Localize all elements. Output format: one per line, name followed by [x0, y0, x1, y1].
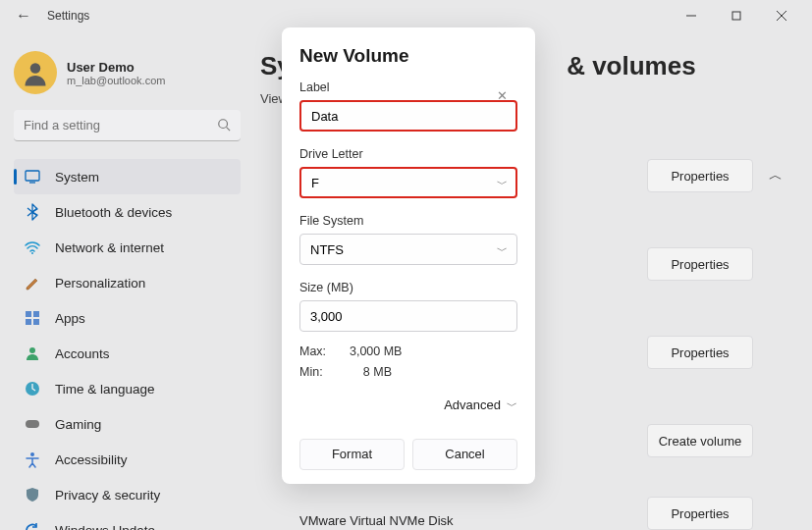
- label-label: Label: [299, 80, 517, 94]
- chevron-down-icon: ﹀: [497, 243, 508, 258]
- size-stats: Max: 3,000 MB Min: 8 MB: [299, 342, 517, 384]
- label-input[interactable]: [299, 100, 517, 132]
- format-button[interactable]: Format: [299, 439, 405, 470]
- drive-letter-label: Drive Letter: [299, 147, 517, 161]
- advanced-toggle[interactable]: Advanced﹀: [299, 398, 517, 413]
- size-label: Size (MB): [299, 281, 517, 294]
- size-input[interactable]: [299, 300, 517, 332]
- chevron-down-icon: ﹀: [507, 399, 517, 411]
- modal-title: New Volume: [299, 45, 517, 67]
- cancel-button[interactable]: Cancel: [412, 439, 517, 470]
- drive-letter-select[interactable]: [299, 167, 517, 198]
- clear-icon[interactable]: ✕: [497, 88, 508, 103]
- new-volume-dialog: New Volume Label ✕ Drive Letter ﹀ File S…: [282, 27, 535, 484]
- chevron-down-icon: ﹀: [497, 177, 508, 191]
- file-system-select[interactable]: [299, 234, 517, 265]
- file-system-label: File System: [299, 214, 517, 228]
